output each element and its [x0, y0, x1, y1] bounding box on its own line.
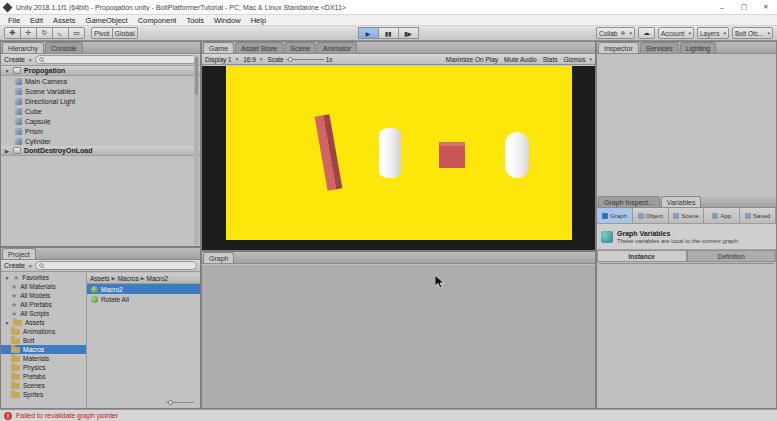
breadcrumb-assets[interactable]: Assets: [90, 275, 110, 282]
hierarchy-item-cylinder[interactable]: Cylinder: [1, 136, 200, 146]
play-button[interactable]: ▶: [358, 27, 379, 39]
status-bar[interactable]: ! Failed to revalidate graph pointer: [0, 409, 777, 421]
scope-scene-button[interactable]: Scene: [669, 208, 705, 223]
layout-dropdown[interactable]: Bolt Ofc... ▾: [732, 27, 773, 39]
folder-physics[interactable]: Physics: [1, 363, 86, 372]
account-dropdown[interactable]: Account ▾: [658, 27, 694, 39]
hierarchy-item-directional-light[interactable]: Directional Light: [1, 96, 200, 106]
rect-tool-button[interactable]: ▭: [68, 27, 85, 39]
menu-item-help[interactable]: Help: [246, 16, 271, 25]
close-button[interactable]: ✕: [755, 0, 777, 14]
step-button[interactable]: ▮▶: [398, 27, 419, 39]
project-search-input[interactable]: [35, 261, 197, 270]
tab-graph-inspector[interactable]: Graph Inspect...: [598, 196, 660, 207]
create-button[interactable]: Create ▾: [4, 56, 32, 63]
hierarchy-item-prism[interactable]: Prism: [1, 126, 200, 136]
menu-item-component[interactable]: Component: [133, 16, 182, 25]
collab-button[interactable]: Collab ▾: [596, 27, 635, 39]
tab-graph[interactable]: Graph: [203, 252, 234, 263]
tab-inspector[interactable]: Inspector: [598, 42, 639, 53]
gizmos-dropdown[interactable]: Gizmos ▾: [563, 56, 592, 63]
expand-triangle-icon[interactable]: ▼: [4, 320, 10, 326]
hierarchy-item-scene-variables[interactable]: Scene Variables: [1, 86, 200, 96]
tab-lighting[interactable]: Lighting: [680, 42, 717, 53]
cloud-button[interactable]: ☁: [638, 27, 655, 39]
hand-tool-button[interactable]: ✥: [4, 27, 21, 39]
file-macro2[interactable]: Macro2: [87, 284, 200, 294]
slider-knob[interactable]: [168, 400, 173, 405]
layers-dropdown[interactable]: Layers ▾: [697, 27, 729, 39]
tab-asset-store[interactable]: Asset Store: [235, 42, 283, 53]
hierarchy-item-capsule[interactable]: Capsule: [1, 116, 200, 126]
graph-panel: Graph: [201, 251, 596, 409]
favorite-all-prefabs[interactable]: ★All Prefabs: [1, 300, 86, 309]
menu-item-file[interactable]: File: [3, 16, 25, 25]
scope-app-button[interactable]: App: [704, 208, 740, 223]
scene-row-propogation[interactable]: ▼ Propogation: [1, 66, 200, 76]
tab-console[interactable]: Console: [45, 42, 83, 53]
stats-toggle[interactable]: Stats: [543, 56, 558, 63]
slider-knob[interactable]: [288, 57, 293, 62]
saved-icon: [745, 213, 751, 219]
menu-item-gameobject[interactable]: GameObject: [81, 16, 133, 25]
scope-graph-button[interactable]: Graph: [597, 208, 633, 223]
file-rotate-all[interactable]: Rotate All: [87, 294, 200, 304]
folder-animations[interactable]: Animations: [1, 327, 86, 336]
folder-materials[interactable]: Materials: [1, 354, 86, 363]
aspect-dropdown[interactable]: 16:9 ▾: [243, 56, 262, 63]
tab-hierarchy[interactable]: Hierarchy: [2, 42, 44, 53]
definition-tab[interactable]: Definition: [687, 250, 777, 262]
scope-object-button[interactable]: Object: [633, 208, 669, 223]
tab-variables[interactable]: Variables: [661, 196, 702, 207]
mute-audio-toggle[interactable]: Mute Audio: [504, 56, 537, 63]
tab-project[interactable]: Project: [2, 248, 36, 259]
tab-services[interactable]: Services: [640, 42, 679, 53]
tab-game[interactable]: Game: [203, 42, 234, 53]
pivot-toggle-button[interactable]: Pivot: [91, 27, 113, 39]
hierarchy-item-cube[interactable]: Cube: [1, 106, 200, 116]
tab-scene[interactable]: Scene: [284, 42, 316, 53]
asset-zoom-slider[interactable]: [166, 400, 194, 405]
create-button[interactable]: Create ▾: [4, 262, 32, 269]
menu-item-edit[interactable]: Edit: [25, 16, 48, 25]
hierarchy-search-input[interactable]: [35, 55, 197, 64]
instance-tab[interactable]: Instance: [597, 250, 687, 262]
maximize-button[interactable]: ▢: [733, 0, 755, 14]
scene-row-dontdestroyonload[interactable]: ▶ DontDestroyOnLoad: [1, 146, 200, 156]
breadcrumb-macros[interactable]: Macros: [117, 275, 138, 282]
expand-triangle-icon[interactable]: ▼: [4, 68, 10, 74]
scope-saved-button[interactable]: Saved: [740, 208, 776, 223]
expand-triangle-icon[interactable]: ▼: [4, 275, 10, 281]
scale-tool-button[interactable]: ↔: [52, 27, 69, 39]
hierarchy-item-main-camera[interactable]: Main Camera: [1, 76, 200, 86]
menu-item-tools[interactable]: Tools: [181, 16, 209, 25]
move-tool-button[interactable]: ✛: [20, 27, 37, 39]
assets-root-folder[interactable]: ▼ Assets: [1, 318, 86, 327]
project-folder-tree: ▼ ★ Favorites ★All Materials ★All Models…: [1, 273, 87, 408]
graph-canvas[interactable]: [202, 265, 595, 408]
favorite-all-models[interactable]: ★All Models: [1, 291, 86, 300]
favorite-all-scripts[interactable]: ★All Scripts: [1, 309, 86, 318]
favorites-header[interactable]: ▼ ★ Favorites: [1, 273, 86, 282]
breadcrumb-macro2[interactable]: Macro2: [147, 275, 169, 282]
scrollbar-thumb[interactable]: [195, 57, 198, 95]
global-toggle-button[interactable]: Global: [112, 27, 138, 39]
pause-button[interactable]: ▮▮: [378, 27, 399, 39]
collapse-triangle-icon[interactable]: ▶: [4, 148, 10, 154]
display-dropdown[interactable]: Display 1 ▾: [205, 56, 238, 63]
favorite-all-materials[interactable]: ★All Materials: [1, 282, 86, 291]
scale-slider[interactable]: [286, 59, 324, 60]
maximize-on-play-toggle[interactable]: Maximize On Play: [446, 56, 498, 63]
folder-prefabs[interactable]: Prefabs: [1, 372, 86, 381]
folder-sprites[interactable]: Sprites: [1, 390, 86, 399]
folder-macros[interactable]: Macros: [1, 345, 86, 354]
folder-bolt[interactable]: Bolt: [1, 336, 86, 345]
menu-item-window[interactable]: Window: [209, 16, 246, 25]
minimize-button[interactable]: –: [711, 0, 733, 14]
hierarchy-tabbar: Hierarchy Console: [1, 42, 200, 54]
hierarchy-scrollbar[interactable]: [194, 55, 199, 245]
menu-item-assets[interactable]: Assets: [48, 16, 81, 25]
folder-scenes[interactable]: Scenes: [1, 381, 86, 390]
tab-animator[interactable]: Animator: [317, 42, 357, 53]
rotate-tool-button[interactable]: ↻: [36, 27, 53, 39]
